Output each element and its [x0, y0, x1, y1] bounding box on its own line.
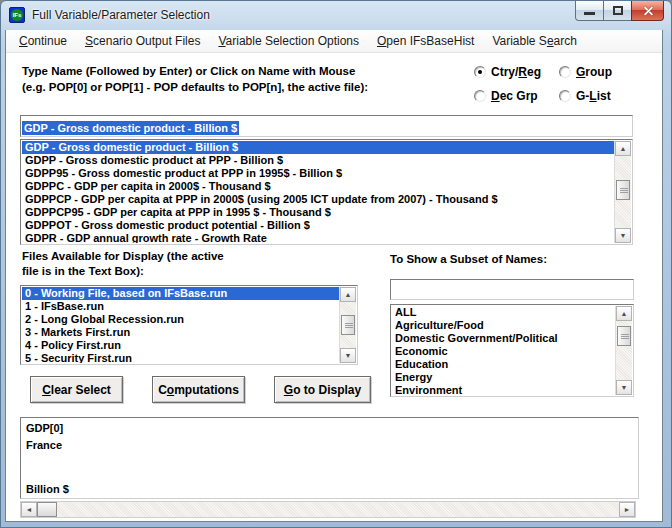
subset-filter-input[interactable]	[390, 279, 634, 300]
go-to-display-button[interactable]: Go to Display	[274, 376, 371, 403]
subset-list-item[interactable]: Education	[392, 358, 615, 371]
selected-country: France	[26, 439, 62, 451]
app-window: IFs Full Variable/Parameter Selection Co…	[0, 0, 672, 528]
files-list-scrollbar[interactable]: ▲ ▼	[339, 287, 356, 363]
subset-label: To Show a Subset of Names:	[390, 253, 547, 265]
ifs-app-icon: IFs	[9, 7, 25, 23]
window-title: Full Variable/Parameter Selection	[32, 8, 210, 22]
scrollbar-track[interactable]	[340, 302, 356, 348]
scroll-down-button[interactable]: ▼	[616, 380, 632, 395]
radio-g-list[interactable]: G-List	[559, 89, 611, 103]
variable-list-item[interactable]: GDPPOT - Gross domestic product potentia…	[22, 219, 614, 232]
selection-horizontal-scrollbar[interactable]: ◄ ►	[20, 501, 636, 518]
minimize-icon	[584, 12, 595, 15]
scroll-down-button[interactable]: ▼	[340, 348, 356, 363]
variable-name-input[interactable]: GDP - Gross domestic product - Billion $	[20, 115, 633, 137]
caption-buttons	[576, 1, 664, 21]
subset-listbox[interactable]: ALL Agriculture/Food Domestic Government…	[390, 304, 634, 397]
thumb-grip	[621, 334, 629, 340]
menu-scenario-output-files[interactable]: Scenario Output Files	[76, 31, 209, 51]
variable-list-item[interactable]: GDP - Gross domestic product - Billion $	[22, 141, 614, 154]
radio-circle-icon	[559, 66, 571, 78]
variable-list-scrollbar[interactable]: ▲ ▼	[614, 141, 631, 243]
variable-list-item[interactable]: GDPPCP - GDP per capita at PPP in 2000$ …	[22, 193, 614, 206]
selected-unit: Billion $	[26, 483, 69, 495]
radio-group[interactable]: Group	[559, 65, 612, 79]
file-list-item[interactable]: 1 - IFsBase.run	[22, 300, 339, 313]
scroll-left-icon: ◄	[26, 506, 33, 513]
variable-list-item[interactable]: GDPP - Gross domestic product at PPP - B…	[22, 154, 614, 167]
thumb-grip	[345, 323, 353, 329]
radio-circle-icon	[474, 90, 486, 102]
scroll-up-button[interactable]: ▲	[615, 141, 631, 156]
scroll-up-button[interactable]: ▲	[616, 306, 632, 321]
clear-select-button[interactable]: Clear Select	[30, 376, 123, 403]
current-selection-box[interactable]: GDP[0] France Billion $	[20, 417, 639, 499]
scrollbar-track[interactable]	[615, 156, 631, 228]
type-name-instructions: Type Name (Followed by Enter) or Click o…	[22, 63, 467, 95]
subset-list-item[interactable]: ALL	[392, 306, 615, 319]
scroll-up-icon: ▲	[620, 145, 627, 152]
title-bar[interactable]: IFs Full Variable/Parameter Selection	[1, 1, 671, 30]
instructions-line-1: Type Name (Followed by Enter) or Click o…	[22, 63, 467, 79]
radio-circle-icon	[559, 90, 571, 102]
radio-ctry-reg[interactable]: Ctry/Reg	[474, 65, 541, 79]
scroll-right-icon: ►	[624, 506, 631, 513]
minimize-button[interactable]	[575, 1, 604, 21]
scroll-right-button[interactable]: ►	[619, 502, 635, 517]
scrollbar-track[interactable]	[616, 321, 632, 380]
scroll-up-button[interactable]: ▲	[340, 287, 356, 302]
file-list-item[interactable]: 3 - Markets First.run	[22, 326, 339, 339]
scroll-up-icon: ▲	[345, 291, 352, 298]
maximize-button[interactable]	[603, 1, 632, 21]
subset-list-item[interactable]: Environment	[392, 384, 615, 395]
maximize-icon	[613, 6, 623, 15]
variable-listbox[interactable]: GDP - Gross domestic product - Billion $…	[20, 139, 633, 245]
menu-bar: Continue Scenario Output Files Variable …	[6, 30, 662, 53]
scroll-left-button[interactable]: ◄	[21, 502, 37, 517]
variable-name-value: GDP - Gross domestic product - Billion $	[22, 121, 239, 135]
file-list-item[interactable]: 4 - Policy First.run	[22, 339, 339, 352]
menu-variable-selection-options[interactable]: Variable Selection Options	[209, 31, 368, 51]
menu-open-ifsbasehist[interactable]: Open IFsBaseHist	[368, 31, 483, 51]
scrollbar-thumb[interactable]	[341, 315, 355, 335]
subset-list-item[interactable]: Domestic Government/Political	[392, 332, 615, 345]
radio-dec-grp[interactable]: Dec Grp	[474, 89, 538, 103]
scrollbar-thumb[interactable]	[617, 326, 631, 346]
scroll-up-icon: ▲	[621, 310, 628, 317]
variable-list-item[interactable]: GDPPC - GDP per capita in 2000$ - Thousa…	[22, 180, 614, 193]
subset-list-scrollbar[interactable]: ▲ ▼	[615, 306, 632, 395]
files-listbox[interactable]: 0 - Working File, based on IFsBase.run 1…	[20, 285, 358, 365]
scroll-down-icon: ▼	[620, 232, 627, 239]
subset-list-item[interactable]: Economic	[392, 345, 615, 358]
file-list-item[interactable]: 0 - Working File, based on IFsBase.run	[22, 287, 339, 300]
selected-variable: GDP[0]	[26, 422, 63, 434]
variable-list-item[interactable]: GDPR - GDP annual growth rate - Growth R…	[22, 232, 614, 243]
subset-list-item[interactable]: Energy	[392, 371, 615, 384]
ifs-app-icon-text: IFs	[11, 9, 23, 21]
computations-button[interactable]: Computations	[152, 376, 245, 403]
close-button[interactable]	[631, 1, 664, 21]
scrollbar-thumb[interactable]	[37, 502, 57, 517]
variable-list-item[interactable]: GDPPCP95 - GDP per capita at PPP in 1995…	[22, 206, 614, 219]
files-available-label: Files Available for Display (the active …	[22, 249, 224, 279]
file-list-item[interactable]: 5 - Security First.run	[22, 352, 339, 363]
scroll-down-button[interactable]: ▼	[615, 228, 631, 243]
scroll-down-icon: ▼	[621, 384, 628, 391]
variable-list-item[interactable]: GDPP95 - Gross domestic product at PPP i…	[22, 167, 614, 180]
menu-variable-search[interactable]: Variable Search	[483, 31, 586, 51]
file-list-item[interactable]: 2 - Long Global Recession.run	[22, 313, 339, 326]
thumb-grip	[620, 188, 628, 194]
subset-list-item[interactable]: Agriculture/Food	[392, 319, 615, 332]
scrollbar-thumb[interactable]	[616, 180, 630, 200]
radio-circle-icon	[474, 66, 486, 78]
scroll-down-icon: ▼	[345, 352, 352, 359]
scrollbar-track[interactable]	[57, 502, 619, 517]
menu-continue[interactable]: Continue	[10, 31, 76, 51]
instructions-line-2: (e.g. POP[0] or POP[1] - POP defaults to…	[22, 79, 467, 95]
client-area: Continue Scenario Output Files Variable …	[5, 30, 663, 522]
